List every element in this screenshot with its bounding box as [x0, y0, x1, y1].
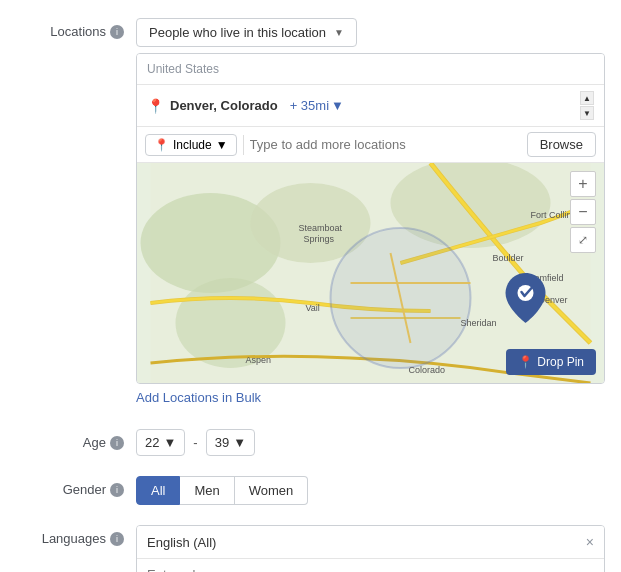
include-label: Include — [173, 138, 212, 152]
languages-row: Languages i English (All) × — [0, 517, 621, 572]
drop-pin-button[interactable]: 📍 Drop Pin — [506, 349, 596, 375]
age-max-value: 39 — [215, 435, 229, 450]
language-box: English (All) × — [136, 525, 605, 572]
include-pin-icon: 📍 — [154, 138, 169, 152]
gender-label: Gender i — [16, 476, 136, 497]
location-type-label: People who live in this location — [149, 25, 326, 40]
gender-men-button[interactable]: Men — [180, 476, 234, 505]
svg-text:Colorado: Colorado — [409, 365, 446, 375]
map-controls: + − ⤢ — [570, 171, 596, 253]
language-close-button[interactable]: × — [586, 534, 594, 550]
gender-row: Gender i All Men Women — [0, 468, 621, 513]
drop-pin-icon: 📍 — [518, 355, 533, 369]
location-pin-icon: 📍 — [147, 98, 164, 114]
age-max-select[interactable]: 39 ▼ — [206, 429, 255, 456]
age-content: 22 ▼ - 39 ▼ — [136, 429, 605, 456]
languages-label: Languages i — [16, 525, 136, 546]
svg-text:Springs: Springs — [304, 234, 335, 244]
gender-women-button[interactable]: Women — [235, 476, 309, 505]
languages-label-text: Languages — [42, 531, 106, 546]
svg-text:Aspen: Aspen — [246, 355, 272, 365]
svg-text:Steamboat: Steamboat — [299, 223, 343, 233]
age-label-text: Age — [83, 435, 106, 450]
scroll-down-btn[interactable]: ▼ — [580, 106, 594, 120]
age-max-chevron: ▼ — [233, 435, 246, 450]
location-search-bar: 📍 Include ▼ Browse — [137, 127, 604, 163]
age-row: Age i 22 ▼ - 39 ▼ — [0, 421, 621, 464]
locations-row: Locations i People who live in this loca… — [0, 10, 621, 417]
location-search-input[interactable] — [250, 137, 521, 152]
gender-label-text: Gender — [63, 482, 106, 497]
gender-all-button[interactable]: All — [136, 476, 180, 505]
gender-info-icon[interactable]: i — [110, 483, 124, 497]
browse-button[interactable]: Browse — [527, 132, 596, 157]
location-country: United States — [137, 54, 604, 85]
location-item: 📍 Denver, Colorado + 35mi ▼ ▲ ▼ — [137, 85, 604, 127]
age-label: Age i — [16, 429, 136, 450]
zoom-in-button[interactable]: + — [570, 171, 596, 197]
drop-pin-label: Drop Pin — [537, 355, 584, 369]
location-city: Denver, Colorado — [170, 98, 278, 113]
age-min-select[interactable]: 22 ▼ — [136, 429, 185, 456]
zoom-out-button[interactable]: − — [570, 199, 596, 225]
include-dropdown[interactable]: 📍 Include ▼ — [145, 134, 237, 156]
languages-content: English (All) × — [136, 525, 605, 572]
language-search-input[interactable] — [137, 559, 604, 572]
age-info-icon[interactable]: i — [110, 436, 124, 450]
fullscreen-button[interactable]: ⤢ — [570, 227, 596, 253]
location-radius[interactable]: + 35mi ▼ — [290, 98, 344, 113]
map-container: Steamboat Springs Fort Collins Boulder B… — [137, 163, 604, 383]
divider — [243, 135, 244, 155]
languages-info-icon[interactable]: i — [110, 532, 124, 546]
age-dash: - — [193, 435, 197, 450]
age-controls: 22 ▼ - 39 ▼ — [136, 429, 605, 456]
language-selected-text: English (All) — [147, 535, 216, 550]
locations-label: Locations i — [16, 18, 136, 39]
gender-content: All Men Women — [136, 476, 605, 505]
add-bulk-link[interactable]: Add Locations in Bulk — [136, 384, 261, 409]
locations-content: People who live in this location ▼ Unite… — [136, 18, 605, 409]
location-box: United States 📍 Denver, Colorado + 35mi … — [136, 53, 605, 384]
age-min-chevron: ▼ — [163, 435, 176, 450]
locations-info-icon[interactable]: i — [110, 25, 124, 39]
svg-text:Sheridan: Sheridan — [461, 318, 497, 328]
location-type-dropdown[interactable]: People who live in this location ▼ — [136, 18, 357, 47]
locations-label-text: Locations — [50, 24, 106, 39]
gender-controls: All Men Women — [136, 476, 605, 505]
age-min-value: 22 — [145, 435, 159, 450]
scroll-up-btn[interactable]: ▲ — [580, 91, 594, 105]
language-selected-item: English (All) × — [137, 526, 604, 559]
include-chevron: ▼ — [216, 138, 228, 152]
svg-text:Vail: Vail — [306, 303, 320, 313]
svg-text:Boulder: Boulder — [493, 253, 524, 263]
location-type-chevron: ▼ — [334, 27, 344, 38]
